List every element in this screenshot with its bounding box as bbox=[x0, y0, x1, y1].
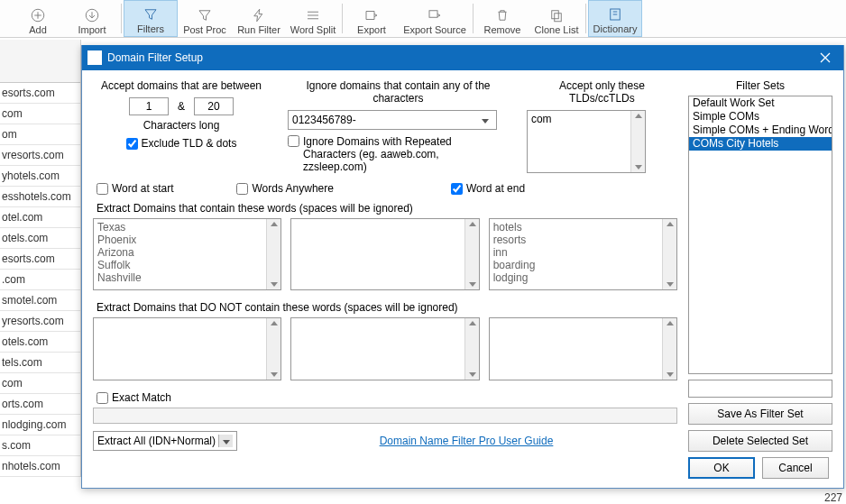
download-circle-icon bbox=[84, 6, 100, 24]
filter-sets-title: Filter Sets bbox=[688, 79, 832, 92]
user-guide-link[interactable]: Domain Name Filter Pro User Guide bbox=[380, 435, 554, 447]
funnel-icon bbox=[197, 6, 213, 24]
tool-label: Post Proc bbox=[183, 24, 226, 35]
split-icon bbox=[305, 6, 321, 24]
delete-filter-set-button[interactable]: Delete Selected Set bbox=[688, 430, 832, 452]
scrollbar[interactable] bbox=[630, 111, 645, 172]
domain-row[interactable]: yresorts.com bbox=[0, 311, 80, 332]
extract-mode-dropdown[interactable]: Extract All (IDN+Normal) bbox=[93, 431, 237, 451]
toolbar-separator bbox=[121, 4, 122, 33]
domain-filter-setup-dialog: Domain Filter Setup Accept domains that … bbox=[81, 45, 844, 489]
clone-icon bbox=[548, 6, 565, 24]
scrollbar[interactable] bbox=[266, 318, 280, 380]
tool-label: Filters bbox=[137, 23, 164, 34]
svg-rect-4 bbox=[555, 14, 562, 22]
tool-import[interactable]: Import bbox=[65, 0, 119, 37]
domain-row[interactable]: esorts.com bbox=[0, 83, 80, 104]
cancel-button[interactable]: Cancel bbox=[762, 457, 829, 479]
ignore-chars-dropdown[interactable]: 0123456789- bbox=[288, 110, 497, 130]
filter-set-item[interactable]: COMs City Hotels bbox=[689, 137, 832, 151]
toolbar: Add Import Filters Post Proc Run Filter … bbox=[0, 0, 846, 38]
filter-set-item[interactable]: Simple COMs + Ending Words bbox=[689, 124, 832, 137]
filter-sets-list[interactable]: Default Work SetSimple COMsSimple COMs +… bbox=[688, 96, 832, 374]
domain-row[interactable]: esorts.com bbox=[0, 249, 80, 270]
domain-row[interactable]: s.com bbox=[0, 435, 80, 456]
export-source-icon bbox=[427, 6, 443, 24]
notcontain-anywhere-list[interactable] bbox=[290, 317, 479, 380]
max-length-input[interactable] bbox=[194, 97, 234, 115]
tool-postproc[interactable]: Post Proc bbox=[178, 0, 232, 37]
domain-row[interactable]: com bbox=[0, 373, 80, 394]
tool-label: Word Split bbox=[290, 24, 336, 35]
filter-set-name-input[interactable] bbox=[688, 380, 832, 398]
contain-words-label: Extract Domains that contain these words… bbox=[97, 202, 677, 215]
progress-bar bbox=[93, 408, 677, 424]
chevron-down-icon bbox=[478, 114, 492, 126]
funnel-icon bbox=[143, 5, 159, 23]
domain-row[interactable]: esshotels.com bbox=[0, 187, 80, 207]
exact-match-checkbox[interactable]: Exact Match bbox=[97, 391, 677, 404]
domain-row[interactable]: .com bbox=[0, 270, 80, 290]
notcontain-start-list[interactable] bbox=[93, 317, 281, 380]
export-icon bbox=[363, 6, 380, 24]
domain-row[interactable]: otel.com bbox=[0, 207, 80, 228]
contain-words-anywhere-list[interactable] bbox=[290, 218, 479, 290]
domain-row[interactable]: otels.com bbox=[0, 228, 80, 249]
domain-row[interactable]: vresorts.com bbox=[0, 145, 80, 166]
toolbar-separator bbox=[585, 4, 586, 33]
min-length-input[interactable] bbox=[129, 97, 169, 115]
notcontain-end-list[interactable] bbox=[489, 317, 677, 380]
word-at-start-checkbox[interactable]: Word at start bbox=[97, 182, 173, 195]
tool-export[interactable]: Export bbox=[345, 0, 399, 37]
word-at-end-checkbox[interactable]: Word at end bbox=[451, 182, 525, 195]
ok-button[interactable]: OK bbox=[688, 457, 755, 479]
ignore-repeated-checkbox[interactable]: Ignore Domains with Repeated Characters … bbox=[288, 135, 509, 173]
tool-add[interactable]: Add bbox=[11, 0, 65, 37]
exclude-tld-checkbox[interactable]: Exclude TLD & dots bbox=[93, 137, 270, 150]
toolbar-separator bbox=[473, 4, 474, 33]
domain-row[interactable]: nhotels.com bbox=[0, 456, 80, 477]
domain-row[interactable]: orts.com bbox=[0, 394, 80, 415]
domain-row[interactable] bbox=[0, 40, 80, 83]
domain-row[interactable]: com bbox=[0, 104, 80, 124]
tool-runfilter[interactable]: Run Filter bbox=[232, 0, 286, 37]
filter-set-item[interactable]: Default Work Set bbox=[689, 96, 832, 110]
domain-row[interactable]: om bbox=[0, 124, 80, 145]
domain-row[interactable]: yhotels.com bbox=[0, 166, 80, 187]
accept-tlds-textarea[interactable]: com bbox=[527, 110, 646, 173]
dialog-titlebar[interactable]: Domain Filter Setup bbox=[82, 45, 843, 70]
tool-label: Import bbox=[78, 24, 106, 35]
domain-row[interactable]: smotel.com bbox=[0, 290, 80, 311]
tool-label: Dictionary bbox=[593, 23, 638, 34]
tool-label: Clone List bbox=[535, 24, 579, 35]
tool-remove[interactable]: Remove bbox=[475, 0, 529, 37]
tool-clonelist[interactable]: Clone List bbox=[529, 0, 584, 37]
close-button[interactable] bbox=[807, 45, 843, 70]
domain-row[interactable]: nlodging.com bbox=[0, 415, 80, 435]
tool-label: Add bbox=[29, 24, 47, 35]
contain-words-start-list[interactable]: Texas Phoenix Arizona Suffolk Nashville bbox=[93, 218, 281, 290]
bolt-icon bbox=[251, 6, 267, 24]
tool-wordsplit[interactable]: Word Split bbox=[286, 0, 340, 37]
characters-long-label: Characters long bbox=[93, 119, 270, 132]
tool-label: Export bbox=[357, 24, 386, 35]
domain-row[interactable]: tels.com bbox=[0, 353, 80, 373]
tool-exportsource[interactable]: Export Source bbox=[399, 0, 471, 37]
app-icon bbox=[87, 50, 102, 65]
scrollbar[interactable] bbox=[266, 219, 280, 289]
scrollbar[interactable] bbox=[464, 219, 479, 289]
domain-row[interactable]: otels.com bbox=[0, 332, 80, 353]
tool-label: Run Filter bbox=[237, 24, 280, 35]
save-filter-set-button[interactable]: Save As Filter Set bbox=[688, 403, 832, 425]
filter-set-item[interactable]: Simple COMs bbox=[689, 110, 832, 124]
tool-filters[interactable]: Filters bbox=[124, 0, 178, 37]
accept-tlds-label: Accept only these TLDs/ccTLDs bbox=[527, 79, 677, 105]
words-anywhere-checkbox[interactable]: Words Anywhere bbox=[236, 182, 334, 195]
scrollbar[interactable] bbox=[662, 219, 676, 289]
scrollbar[interactable] bbox=[464, 318, 479, 380]
close-icon bbox=[820, 52, 831, 63]
toolbar-separator bbox=[342, 4, 343, 33]
tool-dictionary[interactable]: Dictionary bbox=[588, 0, 642, 37]
scrollbar[interactable] bbox=[662, 318, 676, 380]
contain-words-end-list[interactable]: hotels resorts inn boarding lodging bbox=[489, 218, 677, 290]
